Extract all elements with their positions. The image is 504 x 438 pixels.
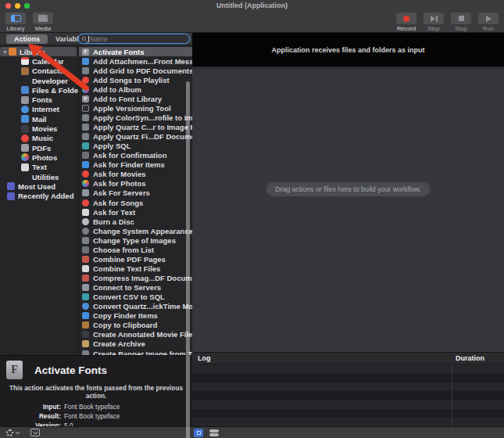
sidebar-item[interactable]: ▼ Utilities (0, 172, 78, 181)
action-item-label: Ask For Servers (93, 188, 150, 197)
action-list-item[interactable]: Ask for Photos (79, 179, 192, 188)
sidebar-item[interactable]: ▼ Library (0, 47, 77, 56)
action-description-panel: F Activate Fonts This action activates t… (0, 355, 192, 426)
action-list-item[interactable]: Add Attachmen...Front Message (79, 56, 192, 66)
gear-icon[interactable] (6, 429, 13, 436)
action-list-item[interactable]: Ask for Songs (79, 198, 192, 207)
action-list-item[interactable]: Combine Text Files (79, 264, 192, 273)
action-list-item[interactable]: Add Grid to PDF Documents (79, 66, 192, 75)
search-icon (82, 37, 86, 41)
sidebar-item[interactable]: ▼ PDFs (0, 143, 78, 153)
sidebar-item-icon (21, 57, 29, 65)
sidebar-item-label: Mail (32, 115, 46, 124)
action-list-item[interactable]: Apply ColorSyn...rofile to Images (79, 113, 192, 122)
actions-list-scrollbar[interactable] (186, 81, 190, 438)
action-item-icon (82, 161, 89, 168)
action-item-icon (82, 180, 89, 187)
action-list-item[interactable]: Ask for Finder Items (79, 160, 192, 170)
library-toolbar-button[interactable]: Library (5, 11, 26, 32)
sidebar-item-label: Text (32, 163, 47, 171)
search-input[interactable]: Name (78, 34, 190, 44)
action-list-item[interactable]: Create Archive (79, 339, 192, 349)
sidebar-item[interactable]: ▼ Text (0, 163, 78, 172)
sidebar-item-icon (21, 144, 29, 152)
action-item-label: Apply Quartz C...r to Image Files (93, 123, 192, 131)
stop-button[interactable]: Stop (451, 11, 471, 32)
action-list-item[interactable]: Add Songs to Playlist (79, 75, 192, 84)
sidebar-item[interactable]: ▼ Mail (0, 114, 78, 124)
action-list-item[interactable]: Choose from List (79, 245, 192, 254)
action-list-item[interactable]: Copy Finder Items (79, 311, 192, 321)
action-list-item[interactable]: Apply Quartz Fi...DF Documents (79, 132, 192, 142)
run-button[interactable]: Run (478, 11, 499, 32)
sidebar-item[interactable]: ▼ Music (0, 134, 78, 143)
action-item-icon (82, 218, 89, 225)
action-list-item[interactable]: Burn a Disc (79, 217, 192, 226)
action-list-item[interactable]: Connect to Servers (79, 283, 192, 293)
action-item-label: Ask for Text (93, 208, 135, 217)
action-item-label: Ask for Songs (93, 199, 143, 207)
sidebar-item[interactable]: ▼ Files & Folders (0, 85, 78, 95)
sidebar-item[interactable]: ▼ Contacts (0, 66, 78, 76)
action-list-item[interactable]: Add to Album (79, 84, 192, 94)
toolbar: Library Media Record Step Stop Run (0, 11, 504, 33)
search-placeholder: Name (90, 35, 108, 43)
step-button[interactable]: Step (424, 11, 444, 32)
list-view-button[interactable] (209, 429, 219, 436)
action-list-item[interactable]: Combine PDF Pages (79, 254, 192, 264)
action-list-item[interactable]: Ask for Confirmation (79, 151, 192, 160)
action-item-label: Ask for Photos (93, 179, 146, 188)
workflow-input-header[interactable]: Application receives files and folders a… (192, 33, 504, 66)
duration-column-header[interactable]: Duration (456, 354, 484, 362)
log-table-header: Log Duration (192, 353, 504, 364)
sidebar-item[interactable]: ▼ Recently Added (0, 191, 78, 200)
tab-actions[interactable]: Actions (6, 34, 48, 44)
workflow-view-button[interactable] (194, 429, 203, 437)
sidebar-item-label: Library (20, 48, 45, 56)
workflow-canvas[interactable]: Drag actions or files here to build your… (192, 66, 504, 352)
action-list-item[interactable]: Copy to Clipboard (79, 321, 192, 330)
sidebar-item[interactable]: ▼ Movies (0, 124, 78, 133)
action-item-label: Copy to Clipboard (93, 321, 157, 329)
action-list-item[interactable]: Ask For Servers (79, 188, 192, 198)
sidebar-item[interactable]: ▼ Most Used (0, 181, 78, 191)
disclosure-triangle-icon[interactable]: ▼ (2, 49, 9, 55)
action-list-item[interactable]: F Add to Font Library (79, 94, 192, 103)
media-icon (38, 15, 48, 22)
action-item-icon (82, 246, 89, 253)
library-pane: Actions Variables Name ▼ Library (0, 33, 192, 426)
record-icon (403, 16, 409, 22)
action-item-icon (82, 124, 89, 131)
action-item-icon (82, 340, 89, 347)
sidebar-item[interactable]: ▼ Internet (0, 105, 78, 114)
action-list-item[interactable]: F Activate Fonts (79, 47, 192, 56)
action-list-item[interactable]: Convert CSV to SQL (79, 293, 192, 302)
log-column-header[interactable]: Log (198, 354, 211, 362)
sidebar-item[interactable]: ▼ Photos (0, 153, 78, 162)
action-item-icon (82, 293, 89, 300)
toggle-description-panel-button[interactable] (30, 429, 40, 436)
action-list-item[interactable]: Ask for Text (79, 207, 192, 217)
sidebar-item[interactable]: ▼ Fonts (0, 95, 78, 104)
action-list-item[interactable]: Apply Quartz C...r to Image Files (79, 123, 192, 132)
action-item-icon (82, 105, 89, 112)
sidebar-item[interactable]: ▼ Developer (0, 76, 78, 85)
action-item-icon (82, 171, 89, 178)
log-column-divider (452, 364, 452, 426)
sidebar-item-icon (21, 96, 29, 104)
action-list-item[interactable]: Change System Appearance (79, 226, 192, 235)
action-list-item[interactable]: Apple Versioning Tool (79, 103, 192, 113)
record-button[interactable]: Record (396, 11, 416, 32)
sidebar-item-icon (21, 163, 29, 171)
sidebar-item[interactable]: ▼ Calendar (0, 56, 78, 66)
sidebar-item-icon (9, 48, 16, 56)
action-item-label: Choose from List (93, 246, 154, 254)
run-icon (486, 16, 491, 22)
action-list-item[interactable]: Ask for Movies (79, 170, 192, 179)
action-list-item[interactable]: Change Type of Images (79, 235, 192, 245)
action-list-item[interactable]: Convert Quartz...ickTime Movies (79, 302, 192, 311)
action-list-item[interactable]: Compress Imag...DF Documents (79, 274, 192, 283)
media-toolbar-button[interactable]: Media (33, 11, 53, 32)
action-list-item[interactable]: Apply SQL (79, 142, 192, 151)
action-list-item[interactable]: Create Annotated Movie File (79, 330, 192, 339)
